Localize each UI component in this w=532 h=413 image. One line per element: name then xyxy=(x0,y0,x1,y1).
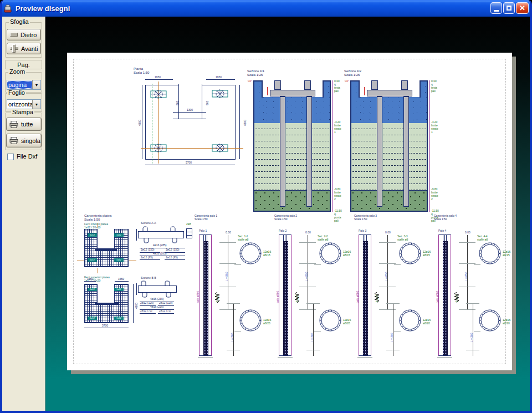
dim-zero: 0.00 xyxy=(465,231,470,234)
bar-schedule-label: 4ø16 (230) xyxy=(150,297,163,300)
section-title: Sezione D1 Scala 1:25 xyxy=(247,69,264,77)
circle-label: 12ø16 ø8/15 xyxy=(423,250,431,257)
mesh-dim: 1650 xyxy=(118,277,124,281)
centerline xyxy=(77,261,84,261)
page-frame-label: Pag. xyxy=(17,62,30,68)
section-title: Sezione D2 Scala 1:25 xyxy=(344,69,361,77)
plan-dim: 4600 xyxy=(243,120,247,126)
rebar-tag: 1ø12 xyxy=(114,317,124,320)
sfoglia-label: Sfoglia xyxy=(9,19,30,25)
level-line xyxy=(332,80,333,212)
zoom-combobox[interactable]: pagina ▼ xyxy=(7,80,41,90)
level-tick xyxy=(364,87,365,95)
close-button[interactable]: ✕ xyxy=(516,2,529,14)
dim-length: L = 850 xyxy=(464,272,468,281)
dim-zero: 0.00 xyxy=(385,231,391,234)
title-bar[interactable]: Preview disegni ✕ xyxy=(0,0,532,17)
level-annotation: 0.00 q. testa pali xyxy=(431,79,437,93)
stampa-group-label: Stampa xyxy=(11,109,34,115)
spiral-icon xyxy=(294,292,300,303)
print-all-button[interactable]: tutte xyxy=(6,118,42,131)
plan-notch xyxy=(178,84,202,119)
print-single-button[interactable]: singola xyxy=(6,134,42,147)
print-single-label: singola xyxy=(21,137,40,144)
chevron-down-icon[interactable]: ▼ xyxy=(32,100,40,109)
dim-zero: 0.00 xyxy=(305,231,311,234)
pile-cross-section xyxy=(398,309,422,332)
beam-section-title: Sezione A-A xyxy=(141,221,156,225)
back-icon xyxy=(10,33,18,37)
platea-title: Carpenteria platea Scala 1:50 xyxy=(84,214,111,222)
bar-schedule-label: 2ø12 (150) xyxy=(166,248,179,251)
zoom-group-label: Zoom xyxy=(8,69,26,75)
level-annotation: -9.80 limite strato 2 xyxy=(431,187,438,201)
rebar-tag: 1ø12 xyxy=(88,317,97,320)
level-annotation: -9.80 limite strato 2 xyxy=(334,187,341,201)
rebar-tag: 1ø12 xyxy=(88,258,97,262)
section-1: 0.00 q. testa pali -3.20 limite strato 1… xyxy=(253,80,331,212)
pile-rebar-core xyxy=(283,241,288,355)
level-annotation: -3.20 limite strato 1 xyxy=(431,120,438,134)
plan-dim: 900 xyxy=(176,101,179,105)
pile-shaft xyxy=(306,96,312,207)
minimize-button[interactable] xyxy=(490,2,502,14)
pile-tube-label: palo ø800 xyxy=(276,291,279,303)
maximize-icon xyxy=(507,6,511,11)
window-title: Preview disegni xyxy=(16,4,70,13)
avanti-button[interactable]: Avanti xyxy=(7,43,41,54)
plan-dim: 1650 xyxy=(155,75,161,79)
circle-section-title: Sez. 3-3 staffe ø8 xyxy=(397,234,408,241)
stirrup-hook-icon xyxy=(141,281,146,286)
beam-section-title: Sezione B-B xyxy=(141,276,156,279)
pile-shaft xyxy=(280,96,285,207)
rebar-tag: 1ø12 xyxy=(114,288,124,291)
pile-label: Palo 3 xyxy=(359,229,366,232)
bar-schedule-label: 4ø16 (285) xyxy=(153,243,166,247)
circle-label: 12ø16 ø8/15 xyxy=(343,250,351,257)
forward-icon xyxy=(10,44,18,53)
bar-schedule-label: 2ø12 (95) xyxy=(166,256,178,259)
pile-shaft xyxy=(403,96,409,207)
circle-section-title: Sez. 1-1 staffe ø8 xyxy=(238,234,248,241)
plan-dim: 5700 xyxy=(186,161,192,164)
pile-dowels xyxy=(283,235,288,241)
circle-label: 12ø16 ø8/15 xyxy=(503,250,510,257)
pile-rebar-core xyxy=(443,241,448,355)
pile-label: Palo 4 xyxy=(438,229,446,232)
plan-dim: 4600 xyxy=(138,120,141,126)
dietro-button[interactable]: Dietro xyxy=(7,29,41,40)
bar-schedule-label: 2ø12 (75) xyxy=(159,309,171,312)
maximize-button[interactable] xyxy=(503,2,515,14)
pile-rebar-core xyxy=(203,241,208,355)
level-annotation: 0.00 q. testa pali xyxy=(334,79,340,93)
stirrup-hook-icon xyxy=(142,226,148,232)
foglio-combobox[interactable]: orizzonta ▼ xyxy=(7,99,41,109)
preview-canvas[interactable]: Pianta Scala 1:50 1650 1650 4600 4600 57… xyxy=(45,17,530,411)
pile-group-title: Carpenteria palo 2 Scala 1:50 xyxy=(274,214,297,221)
pile-label: Palo 1 xyxy=(199,229,207,232)
pile-cross-section xyxy=(398,242,422,265)
plan-dim: 1300 xyxy=(187,108,193,111)
dim-length: L = 850 xyxy=(225,272,228,281)
column-stub xyxy=(371,80,378,90)
mesh-dim: 4600 xyxy=(135,303,138,309)
file-dxf-label: File Dxf xyxy=(17,153,37,160)
pile-group-title: Carpenteria palo 4 Scala 1:50 xyxy=(434,214,457,221)
pile-label: Palo 2 xyxy=(279,229,287,232)
circle-section-title: Sez. 2-2 staffe ø8 xyxy=(318,234,328,241)
pile-tube-label: palo ø800 xyxy=(196,291,200,303)
file-dxf-checkbox[interactable] xyxy=(7,154,14,160)
column-stub xyxy=(274,80,281,90)
pile-cross-section xyxy=(478,242,502,265)
beam-side-label: 2ø8 xyxy=(186,222,191,226)
pile-dowels xyxy=(443,235,448,241)
chevron-down-icon[interactable]: ▼ xyxy=(32,80,40,89)
rebar-tag: 1ø12 xyxy=(114,258,124,262)
stirrup-hook-icon xyxy=(166,292,171,298)
rebar-tag: 1ø12 xyxy=(88,288,97,291)
dim-zero: 0.00 xyxy=(226,231,231,234)
bar-schedule-label: 4ø16 (285) xyxy=(153,252,166,255)
foglio-combobox-value: orizzonta xyxy=(7,100,32,108)
pile-cap xyxy=(270,90,315,96)
foglio-group-label: Foglio xyxy=(7,90,26,96)
